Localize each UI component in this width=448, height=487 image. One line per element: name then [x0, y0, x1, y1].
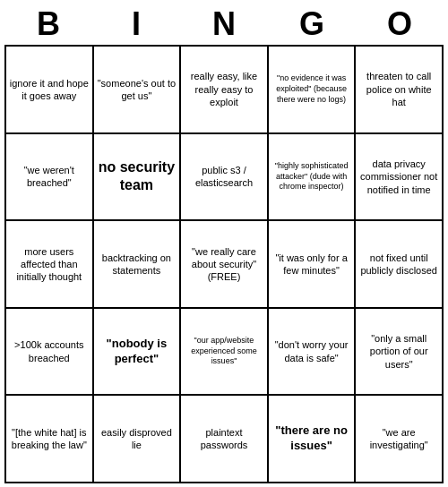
title-i: I [96, 5, 177, 43]
bingo-cell-13[interactable]: "it was only for a few minutes" [269, 221, 357, 309]
bingo-cell-15[interactable]: >100k accounts breached [6, 309, 94, 397]
bingo-cell-0[interactable]: ignore it and hope it goes away [6, 47, 94, 134]
bingo-cell-18[interactable]: "don't worry your data is safe" [269, 309, 357, 397]
bingo-grid: ignore it and hope it goes away"someone'… [4, 45, 444, 483]
bingo-cell-2[interactable]: really easy, like really easy to exploit [181, 47, 269, 134]
title-n: N [184, 5, 264, 43]
bingo-cell-3[interactable]: "no evidence it was exploited" (because … [269, 47, 357, 134]
bingo-cell-7[interactable]: public s3 / elasticsearch [181, 134, 269, 222]
title-g: G [271, 5, 352, 43]
bingo-cell-1[interactable]: "someone's out to get us" [94, 47, 182, 134]
bingo-cell-14[interactable]: not fixed until publicly disclosed [356, 221, 444, 309]
bingo-title: B I N G O [4, 0, 444, 45]
bingo-cell-24[interactable]: "we are investigating" [356, 396, 444, 483]
bingo-cell-21[interactable]: easily disproved lie [94, 396, 182, 483]
title-o: O [359, 5, 440, 43]
title-b: B [8, 5, 89, 43]
bingo-cell-6[interactable]: no security team [94, 134, 182, 222]
bingo-cell-12[interactable]: "we really care about security" (FREE) [181, 221, 269, 309]
bingo-cell-23[interactable]: "there are no issues" [269, 396, 357, 483]
bingo-cell-16[interactable]: "nobody is perfect" [94, 309, 182, 397]
bingo-cell-11[interactable]: backtracking on statements [94, 221, 182, 309]
bingo-cell-5[interactable]: "we weren't breached" [6, 134, 94, 222]
bingo-cell-17[interactable]: "our app/website experienced some issues… [181, 309, 269, 397]
bingo-cell-19[interactable]: "only a small portion of our users" [356, 309, 444, 397]
bingo-cell-8[interactable]: "highly sophisticated attacker" (dude wi… [269, 134, 357, 222]
bingo-cell-4[interactable]: threaten to call police on white hat [356, 47, 444, 134]
bingo-cell-10[interactable]: more users affected than initially thoug… [6, 221, 94, 309]
bingo-cell-20[interactable]: "[the white hat] is breaking the law" [6, 396, 94, 483]
bingo-cell-22[interactable]: plaintext passwords [181, 396, 269, 483]
bingo-cell-9[interactable]: data privacy commissioner not notified i… [356, 134, 444, 222]
